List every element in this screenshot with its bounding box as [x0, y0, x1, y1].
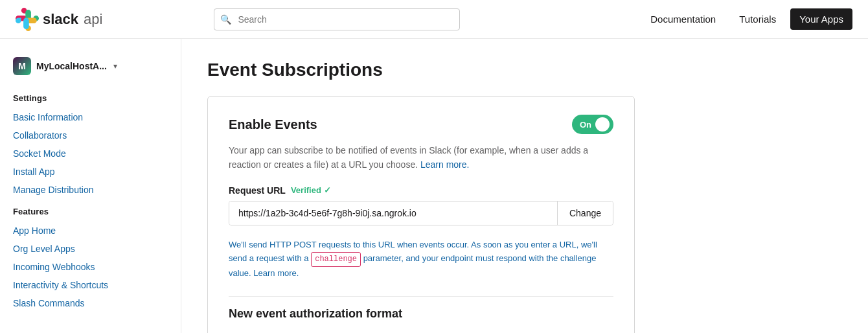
nav-your-apps[interactable]: Your Apps	[790, 8, 852, 30]
chevron-down-icon: ▾	[113, 62, 117, 71]
content-area: Event Subscriptions Enable Events On You…	[181, 39, 868, 333]
new-event-title: New event authorization format	[229, 307, 613, 321]
verified-text: Verified	[291, 185, 321, 195]
url-input-row: Change	[229, 201, 613, 225]
checkmark-icon: ✓	[324, 185, 331, 195]
enable-events-toggle[interactable]: On	[572, 115, 613, 134]
toggle-label: On	[580, 120, 591, 130]
learn-more-link-2[interactable]: Learn more.	[253, 268, 299, 278]
header: slackapi 🔍 Documentation Tutorials Your …	[0, 0, 868, 39]
info-text: We'll send HTTP POST requests to this UR…	[229, 238, 613, 281]
app-selector[interactable]: M MyLocalHostA... ▾	[0, 52, 181, 86]
sidebar-item-app-home[interactable]: App Home	[0, 222, 181, 240]
search-icon: 🔍	[220, 14, 231, 25]
request-url-label-row: Request URL Verified ✓	[229, 185, 613, 196]
sidebar-item-interactivity-shortcuts[interactable]: Interactivity & Shortcuts	[0, 276, 181, 294]
sidebar-item-manage-distribution[interactable]: Manage Distribution	[0, 181, 181, 199]
main-layout: M MyLocalHostA... ▾ Settings Basic Infor…	[0, 39, 868, 333]
verified-badge: Verified ✓	[291, 185, 331, 195]
sidebar-item-incoming-webhooks[interactable]: Incoming Webhooks	[0, 258, 181, 276]
search-bar: 🔍	[214, 8, 460, 30]
features-section-label: Features	[0, 199, 181, 222]
sidebar-item-install-app[interactable]: Install App	[0, 163, 181, 181]
settings-section-label: Settings	[0, 86, 181, 108]
sidebar-item-org-level-apps[interactable]: Org Level Apps	[0, 240, 181, 258]
nav-links: Documentation Tutorials Your Apps	[641, 8, 852, 30]
app-name: MyLocalHostA...	[36, 61, 107, 71]
sidebar-item-collaborators[interactable]: Collaborators	[0, 126, 181, 144]
description-text-part1: Your app can subscribe to be notified of…	[229, 145, 588, 170]
logo-link[interactable]: slackapi	[16, 8, 102, 31]
sidebar-item-slash-commands[interactable]: Slash Commands	[0, 294, 181, 312]
page-title: Event Subscriptions	[207, 60, 842, 80]
challenge-code: challenge	[311, 252, 361, 267]
request-url-input[interactable]	[229, 201, 557, 225]
sidebar: M MyLocalHostA... ▾ Settings Basic Infor…	[0, 39, 181, 333]
sidebar-item-basic-information[interactable]: Basic Information	[0, 108, 181, 126]
slack-logo-icon	[16, 8, 39, 31]
enable-events-header: Enable Events On	[229, 115, 613, 134]
nav-documentation[interactable]: Documentation	[641, 8, 725, 30]
enable-events-description: Your app can subscribe to be notified of…	[229, 143, 613, 172]
card-divider	[229, 296, 613, 297]
learn-more-link-1[interactable]: Learn more.	[420, 159, 469, 170]
event-subscriptions-card: Enable Events On Your app can subscribe …	[207, 96, 635, 333]
nav-tutorials[interactable]: Tutorials	[730, 8, 785, 30]
logo-api-text: api	[84, 11, 102, 28]
logo-slack-text: slack	[43, 11, 78, 28]
search-input[interactable]	[214, 8, 460, 30]
request-url-text: Request URL	[229, 185, 286, 196]
sidebar-item-socket-mode[interactable]: Socket Mode	[0, 144, 181, 163]
change-button[interactable]: Change	[557, 201, 613, 225]
enable-events-title: Enable Events	[229, 117, 317, 132]
toggle-circle	[595, 117, 610, 132]
app-icon: M	[13, 57, 31, 75]
